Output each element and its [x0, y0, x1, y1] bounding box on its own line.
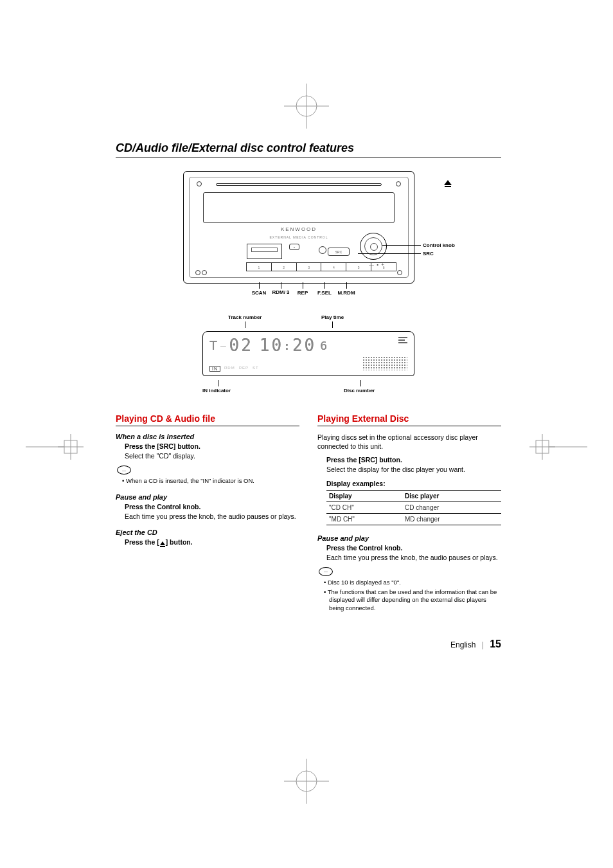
step-text: Press the [] button. [125, 538, 299, 546]
block-pause-play-right: Pause and play Press the Control knob. E… [317, 534, 501, 613]
crop-mark-left [26, 431, 90, 463]
src-button-icon: SRC [328, 248, 350, 256]
table-row: "CD CH" CD changer [326, 502, 501, 513]
lcd-indicator-row: IN RDMREPST [209, 366, 259, 372]
note-icon: ⋯ [319, 567, 333, 576]
leader-line [358, 253, 421, 254]
lcd-screen: T – 02 10:20 6 IN RDMREPST [202, 331, 414, 376]
subhead: Pause and play [317, 534, 501, 542]
label-rdm: RDM/ 3 [272, 290, 289, 295]
track-number-label: Track number [228, 314, 262, 320]
note-bullet: The functions that can be used and the i… [324, 588, 501, 613]
lcd-digits: T – 02 10:20 6 [209, 336, 407, 355]
step-text: Press the Control knob. [125, 503, 299, 511]
screw-icon [197, 181, 202, 186]
step-text: Press the Control knob. [326, 544, 501, 552]
device-illustration: KENWOOD EXTERNAL MEDIA CONTROL SRC — • +… [183, 171, 434, 305]
screw-icon [397, 270, 402, 275]
label-rep: REP [298, 290, 308, 296]
preset-button: 6 [371, 262, 396, 271]
crop-mark-top [284, 84, 329, 129]
aux-icon [319, 246, 326, 254]
page-number: 15 [490, 638, 501, 649]
footer-language: English [450, 640, 475, 649]
preset-button: 2 [271, 262, 296, 271]
crop-mark-bottom [284, 759, 329, 804]
preset-button: 5 [346, 262, 371, 271]
preset-button-row: 1 2 3 4 5 6 [201, 262, 396, 271]
preset-button: 4 [321, 262, 346, 271]
preset-button: 3 [296, 262, 321, 271]
footer-separator: | [482, 640, 484, 649]
brand-label: KENWOOD [184, 226, 414, 232]
callout-src: SRC [423, 251, 434, 257]
cd-slot [216, 183, 382, 186]
right-column: Playing External Disc Playing discs set … [317, 413, 501, 620]
note-bullet: Disc 10 is displayed as "0". [324, 579, 501, 587]
leader-line [382, 245, 421, 246]
crop-mark-right [523, 431, 587, 463]
examples-label: Display examples: [326, 480, 501, 487]
note-bullet: When a CD is inserted, the "IN" indicato… [122, 477, 299, 485]
preset-button: 1 [246, 262, 271, 271]
table-header: Display [326, 490, 402, 502]
lcd-diagram: Track number Play time T – 02 10:20 6 [202, 314, 414, 399]
subhead: Pause and play [116, 493, 299, 501]
body-text: Each time you press the knob, the audio … [326, 553, 501, 562]
lcd-eq-icon [398, 337, 407, 343]
section-title: CD/Audio file/External disc control feat… [116, 141, 501, 158]
body-text: Select the "CD" display. [125, 451, 299, 460]
screw-icon [396, 181, 401, 186]
label-fsel: F.SEL [317, 290, 332, 296]
in-indicator-box: IN [209, 366, 220, 372]
page-content: CD/Audio file/External disc control feat… [116, 141, 501, 620]
label-mrdm: M.RDM [337, 290, 355, 296]
eject-icon [160, 541, 165, 545]
callout-control-knob: Control knob [423, 242, 455, 248]
step-text: Press the [SRC] button. [125, 442, 299, 450]
subhead: When a disc is inserted [116, 433, 299, 440]
table-header: Disc player [402, 490, 501, 502]
right-heading: Playing External Disc [317, 413, 501, 426]
left-column: Playing CD & Audio file When a disc is i… [116, 413, 299, 620]
body-text: Select the display for the disc player y… [326, 465, 501, 474]
block-eject: Eject the CD Press the [] button. [116, 529, 299, 546]
eject-icon [444, 180, 452, 185]
label-scan: SCAN [252, 290, 267, 296]
note-icon: ⋯ [117, 466, 131, 475]
in-indicator-label: IN indicator [202, 388, 231, 393]
disc-number-label: Disc number [344, 388, 375, 393]
screw-icon [195, 270, 200, 275]
display-panel [203, 192, 395, 223]
content-columns: Playing CD & Audio file When a disc is i… [116, 413, 501, 620]
cassette-bay-icon [247, 244, 282, 259]
eject-knob-icon: ▲ [289, 244, 299, 250]
subhead: Eject the CD [116, 529, 299, 536]
block-when-inserted: When a disc is inserted Press the [SRC] … [116, 433, 299, 485]
intro-text: Playing discs set in the optional access… [317, 433, 501, 451]
table-row: "MD CH" MD changer [326, 513, 501, 525]
control-knob-icon [360, 233, 387, 260]
step-text: Press the [SRC] button. [326, 456, 501, 464]
body-text: Each time you press the knob, the audio … [125, 512, 299, 521]
left-heading: Playing CD & Audio file [116, 413, 299, 426]
button-labels-row: SCAN RDM/ 3 REP F.SEL M.RDM [183, 282, 414, 305]
block-pause-play: Pause and play Press the Control knob. E… [116, 493, 299, 521]
page-footer: English | 15 [450, 638, 501, 650]
display-examples-table: Display Disc player "CD CH" CD changer "… [326, 490, 501, 525]
lcd-dot-matrix [362, 356, 407, 370]
playtime-label: Play time [321, 314, 344, 320]
